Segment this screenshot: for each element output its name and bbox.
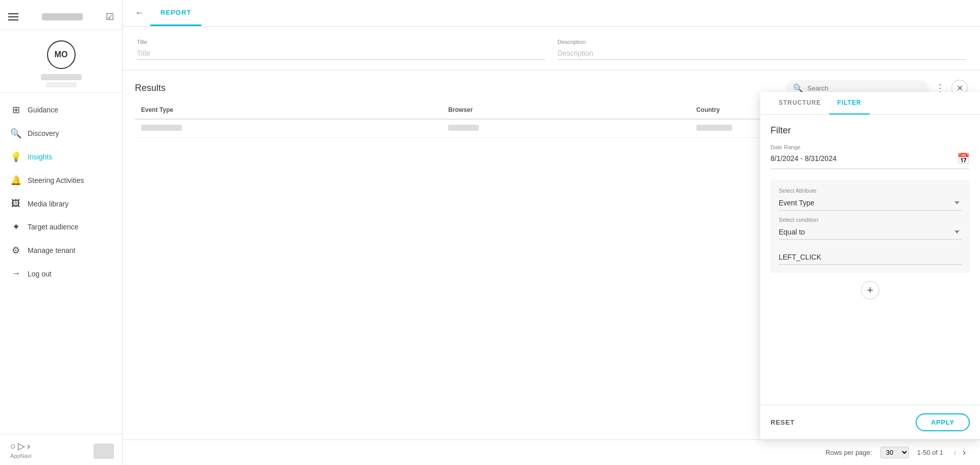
circle-icon: ○ [10, 441, 16, 452]
sidebar-item-guidance[interactable]: ⊞ Guidance [0, 98, 122, 122]
user-role [46, 82, 77, 87]
rows-per-page-select[interactable]: 30 50 100 [880, 447, 909, 458]
title-input[interactable] [137, 47, 545, 60]
filter-title: Filter [771, 125, 970, 136]
media-library-icon: 🖼 [10, 198, 21, 209]
rows-per-page-label: Rows per page: [826, 449, 872, 456]
description-input[interactable] [557, 47, 966, 60]
description-field: Description [557, 39, 966, 60]
sidebar-item-target-audience[interactable]: ✦ Target audience [0, 215, 122, 239]
title-field: Title [137, 39, 545, 60]
back-button[interactable]: ← [135, 8, 144, 18]
date-range-row: 8/1/2024 - 8/31/2024 📅 [771, 152, 970, 169]
manage-tenant-icon: ⚙ [10, 245, 21, 256]
user-profile-section: MO [0, 30, 122, 93]
sidebar-item-label-discovery: Discovery [28, 129, 59, 137]
log-out-icon: → [10, 268, 21, 279]
results-title: Results [135, 83, 166, 94]
main-tabs: REPORT [150, 0, 201, 26]
target-audience-icon: ✦ [10, 221, 21, 232]
discovery-icon: 🔍 [10, 128, 21, 139]
appnavi-label: AppNavi [10, 453, 32, 459]
filter-panel-body: Filter Date Range 8/1/2024 - 8/31/2024 📅… [760, 115, 980, 405]
play-icon: ▷ [18, 440, 25, 452]
steering-activities-icon: 🔔 [10, 175, 21, 186]
sidebar-item-media-library[interactable]: 🖼 Media library [0, 192, 122, 215]
sidebar-item-label-manage-tenant: Manage tenant [28, 246, 75, 254]
date-range-label: Date Range [771, 144, 970, 150]
sidebar-item-log-out[interactable]: → Log out [0, 262, 122, 285]
attribute-select[interactable]: Event Type Browser Country User Session [779, 196, 962, 211]
sidebar-top: ☑ [0, 0, 122, 30]
cell-event-type [135, 119, 442, 138]
calendar-button[interactable]: 📅 [957, 152, 970, 165]
filter-actions: RESET APPLY [760, 405, 980, 439]
filter-value-input[interactable] [779, 250, 962, 265]
tab-filter[interactable]: FILTER [829, 92, 870, 114]
select-condition-label: Select condition [779, 217, 962, 223]
sidebar-bottom-blurred [94, 444, 114, 459]
guidance-icon: ⊞ [10, 104, 21, 115]
select-attribute-label: Select Attribute [779, 188, 962, 194]
pagination-bar: Rows per page: 30 50 100 1-50 of 1 ‹ › [123, 439, 980, 465]
description-label: Description [557, 39, 966, 45]
add-filter-button[interactable]: + [861, 281, 879, 299]
sidebar-item-label-guidance: Guidance [28, 106, 58, 114]
search-input[interactable] [807, 84, 922, 92]
sidebar-item-steering-activities[interactable]: 🔔 Steering Activities [0, 169, 122, 192]
sidebar-item-label-media-library: Media library [28, 200, 68, 208]
form-section: Title Description [123, 27, 980, 71]
tab-report[interactable]: REPORT [150, 0, 201, 26]
inbox-icon[interactable]: ☑ [106, 11, 114, 22]
tab-structure[interactable]: STRUCTURE [771, 92, 829, 114]
col-browser: Browser [442, 101, 690, 119]
cell-browser [442, 119, 690, 138]
pagination-nav: ‹ › [951, 445, 968, 460]
search-icon: 🔍 [793, 83, 803, 93]
appnavi-icons: ○ ▷ › [10, 440, 30, 452]
pagination-prev-button[interactable]: ‹ [951, 445, 959, 460]
pagination-range: 1-50 of 1 [917, 449, 943, 456]
col-event-type: Event Type [135, 101, 442, 119]
sidebar-item-label-target-audience: Target audience [28, 223, 79, 231]
avatar: MO [47, 40, 76, 69]
main-header: ← REPORT [123, 0, 980, 27]
sidebar-item-insights[interactable]: 💡 Insights [0, 145, 122, 169]
results-section: Results 🔍 ⋮ ✕ Event Type Browser Country [123, 71, 980, 465]
insights-icon: 💡 [10, 151, 21, 162]
filter-panel-tabs: STRUCTURE FILTER [760, 92, 980, 115]
sidebar-item-discovery[interactable]: 🔍 Discovery [0, 122, 122, 145]
sidebar-nav: ⊞ Guidance 🔍 Discovery 💡 Insights 🔔 Stee… [0, 93, 122, 434]
title-label: Title [137, 39, 545, 45]
pagination-next-button[interactable]: › [961, 445, 968, 460]
sidebar-item-label-log-out: Log out [28, 270, 52, 278]
reset-button[interactable]: RESET [771, 418, 795, 426]
sidebar-bottom: ○ ▷ › AppNavi [0, 434, 122, 465]
filter-panel: STRUCTURE FILTER Filter Date Range 8/1/2… [760, 92, 980, 439]
condition-select[interactable]: Equal to Not equal to Contains Starts wi… [779, 225, 962, 240]
sidebar: ☑ MO ⊞ Guidance 🔍 Discovery 💡 Insights 🔔… [0, 0, 123, 465]
filter-attribute-section: Select Attribute Event Type Browser Coun… [771, 179, 970, 273]
apply-button[interactable]: APPLY [916, 413, 970, 431]
hamburger-menu-icon[interactable] [8, 13, 18, 20]
sidebar-item-label-steering-activities: Steering Activities [28, 176, 84, 184]
main-content: ← REPORT Title Description Results 🔍 [123, 0, 980, 465]
sidebar-item-label-insights: Insights [28, 153, 52, 161]
date-range-value: 8/1/2024 - 8/31/2024 [771, 154, 836, 162]
company-logo [42, 13, 83, 20]
sidebar-item-manage-tenant[interactable]: ⚙ Manage tenant [0, 239, 122, 262]
chevron-right-icon: › [27, 441, 30, 452]
user-name [41, 74, 82, 80]
